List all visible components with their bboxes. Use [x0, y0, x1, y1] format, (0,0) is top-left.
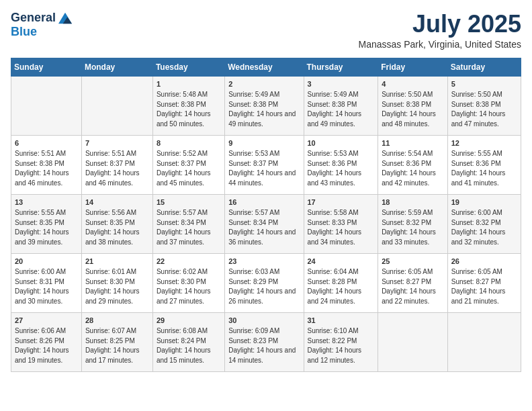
day-number: 2: [228, 79, 300, 89]
day-of-week-header: Thursday: [304, 58, 378, 76]
day-number: 31: [308, 316, 375, 326]
day-info: Sunrise: 5:53 AMSunset: 8:37 PMDaylight:…: [228, 150, 296, 187]
day-info: Sunrise: 5:59 AMSunset: 8:32 PMDaylight:…: [382, 209, 436, 246]
day-number: 7: [85, 138, 149, 148]
day-info: Sunrise: 5:57 AMSunset: 8:34 PMDaylight:…: [228, 209, 296, 246]
logo-icon: [58, 11, 72, 25]
day-info: Sunrise: 5:55 AMSunset: 8:35 PMDaylight:…: [15, 209, 69, 246]
day-number: 23: [228, 257, 300, 267]
day-info: Sunrise: 5:52 AMSunset: 8:37 PMDaylight:…: [157, 150, 211, 187]
calendar-cell: [81, 76, 152, 135]
day-info: Sunrise: 5:58 AMSunset: 8:33 PMDaylight:…: [308, 209, 362, 246]
day-info: Sunrise: 5:56 AMSunset: 8:35 PMDaylight:…: [85, 209, 140, 246]
day-number: 24: [308, 257, 375, 267]
day-info: Sunrise: 6:00 AMSunset: 8:31 PMDaylight:…: [15, 268, 69, 305]
day-info: Sunrise: 5:48 AMSunset: 8:38 PMDaylight:…: [157, 91, 211, 128]
logo-blue-text: Blue: [11, 25, 37, 39]
calendar-cell: 27Sunrise: 6:06 AMSunset: 8:26 PMDayligh…: [11, 312, 82, 371]
calendar-week-row: 20Sunrise: 6:00 AMSunset: 8:31 PMDayligh…: [11, 253, 521, 312]
day-number: 4: [382, 79, 444, 89]
day-info: Sunrise: 6:10 AMSunset: 8:22 PMDaylight:…: [308, 327, 362, 364]
calendar-cell: 15Sunrise: 5:57 AMSunset: 8:34 PMDayligh…: [152, 194, 224, 253]
day-number: 13: [15, 197, 78, 208]
day-info: Sunrise: 5:51 AMSunset: 8:38 PMDaylight:…: [15, 150, 69, 187]
calendar-cell: 5Sunrise: 5:50 AMSunset: 8:38 PMDaylight…: [447, 76, 521, 135]
calendar-cell: 25Sunrise: 6:05 AMSunset: 8:27 PMDayligh…: [378, 253, 448, 312]
day-info: Sunrise: 6:03 AMSunset: 8:29 PMDaylight:…: [228, 268, 296, 305]
calendar-cell: 4Sunrise: 5:50 AMSunset: 8:38 PMDaylight…: [378, 76, 448, 135]
day-info: Sunrise: 5:50 AMSunset: 8:38 PMDaylight:…: [451, 91, 506, 128]
location-text: Manassas Park, Virginia, United States: [358, 39, 521, 50]
day-number: 21: [85, 257, 149, 267]
calendar-cell: 17Sunrise: 5:58 AMSunset: 8:33 PMDayligh…: [304, 194, 378, 253]
calendar-cell: 10Sunrise: 5:53 AMSunset: 8:36 PMDayligh…: [304, 135, 378, 194]
day-number: 9: [228, 138, 300, 148]
day-of-week-header: Saturday: [447, 58, 521, 76]
calendar-week-row: 13Sunrise: 5:55 AMSunset: 8:35 PMDayligh…: [11, 194, 521, 253]
calendar-cell: 13Sunrise: 5:55 AMSunset: 8:35 PMDayligh…: [11, 194, 82, 253]
day-info: Sunrise: 6:01 AMSunset: 8:30 PMDaylight:…: [85, 268, 140, 305]
day-info: Sunrise: 6:06 AMSunset: 8:26 PMDaylight:…: [15, 327, 69, 364]
calendar-cell: 21Sunrise: 6:01 AMSunset: 8:30 PMDayligh…: [81, 253, 152, 312]
calendar-cell: 1Sunrise: 5:48 AMSunset: 8:38 PMDaylight…: [152, 76, 224, 135]
day-of-week-header: Tuesday: [152, 58, 224, 76]
day-info: Sunrise: 5:54 AMSunset: 8:36 PMDaylight:…: [382, 150, 436, 187]
calendar-cell: 23Sunrise: 6:03 AMSunset: 8:29 PMDayligh…: [225, 253, 304, 312]
day-number: 17: [308, 197, 375, 208]
day-info: Sunrise: 6:05 AMSunset: 8:27 PMDaylight:…: [382, 268, 436, 305]
calendar-cell: 18Sunrise: 5:59 AMSunset: 8:32 PMDayligh…: [378, 194, 448, 253]
day-info: Sunrise: 6:04 AMSunset: 8:28 PMDaylight:…: [308, 268, 362, 305]
day-info: Sunrise: 6:08 AMSunset: 8:24 PMDaylight:…: [157, 327, 211, 364]
calendar-cell: [378, 312, 448, 371]
calendar-cell: 20Sunrise: 6:00 AMSunset: 8:31 PMDayligh…: [11, 253, 82, 312]
day-number: 27: [15, 316, 78, 326]
day-number: 22: [157, 257, 221, 267]
day-info: Sunrise: 5:51 AMSunset: 8:37 PMDaylight:…: [85, 150, 140, 187]
day-number: 15: [157, 197, 221, 208]
calendar-cell: 8Sunrise: 5:52 AMSunset: 8:37 PMDaylight…: [152, 135, 224, 194]
day-number: 12: [451, 138, 517, 148]
day-number: 26: [451, 257, 517, 267]
calendar-cell: 9Sunrise: 5:53 AMSunset: 8:37 PMDaylight…: [225, 135, 304, 194]
day-of-week-header: Friday: [378, 58, 448, 76]
month-title: July 2025: [358, 11, 521, 38]
day-number: 29: [157, 316, 221, 326]
calendar-cell: 28Sunrise: 6:07 AMSunset: 8:25 PMDayligh…: [81, 312, 152, 371]
calendar-cell: 6Sunrise: 5:51 AMSunset: 8:38 PMDaylight…: [11, 135, 82, 194]
day-number: 11: [382, 138, 444, 148]
calendar-table: SundayMondayTuesdayWednesdayThursdayFrid…: [11, 58, 521, 372]
calendar-week-row: 27Sunrise: 6:06 AMSunset: 8:26 PMDayligh…: [11, 312, 521, 371]
day-number: 8: [157, 138, 221, 148]
calendar-cell: 14Sunrise: 5:56 AMSunset: 8:35 PMDayligh…: [81, 194, 152, 253]
day-number: 20: [15, 257, 78, 267]
calendar-cell: [11, 76, 82, 135]
calendar-cell: 22Sunrise: 6:02 AMSunset: 8:30 PMDayligh…: [152, 253, 224, 312]
day-number: 3: [308, 79, 375, 89]
title-section: July 2025 Manassas Park, Virginia, Unite…: [358, 11, 521, 50]
day-info: Sunrise: 6:02 AMSunset: 8:30 PMDaylight:…: [157, 268, 211, 305]
calendar-cell: 26Sunrise: 6:05 AMSunset: 8:27 PMDayligh…: [447, 253, 521, 312]
calendar-cell: 19Sunrise: 6:00 AMSunset: 8:32 PMDayligh…: [447, 194, 521, 253]
calendar-cell: 7Sunrise: 5:51 AMSunset: 8:37 PMDaylight…: [81, 135, 152, 194]
header-row: SundayMondayTuesdayWednesdayThursdayFrid…: [11, 58, 521, 76]
calendar-cell: 29Sunrise: 6:08 AMSunset: 8:24 PMDayligh…: [152, 312, 224, 371]
day-info: Sunrise: 6:07 AMSunset: 8:25 PMDaylight:…: [85, 327, 140, 364]
day-number: 25: [382, 257, 444, 267]
day-info: Sunrise: 5:49 AMSunset: 8:38 PMDaylight:…: [228, 91, 296, 128]
logo: General Blue: [11, 11, 72, 39]
day-number: 30: [228, 316, 300, 326]
calendar-cell: 31Sunrise: 6:10 AMSunset: 8:22 PMDayligh…: [304, 312, 378, 371]
day-of-week-header: Monday: [81, 58, 152, 76]
day-info: Sunrise: 5:55 AMSunset: 8:36 PMDaylight:…: [451, 150, 506, 187]
calendar-cell: 11Sunrise: 5:54 AMSunset: 8:36 PMDayligh…: [378, 135, 448, 194]
day-of-week-header: Sunday: [11, 58, 82, 76]
calendar-cell: 2Sunrise: 5:49 AMSunset: 8:38 PMDaylight…: [225, 76, 304, 135]
calendar-cell: 16Sunrise: 5:57 AMSunset: 8:34 PMDayligh…: [225, 194, 304, 253]
day-number: 19: [451, 197, 517, 208]
logo-general-text: General: [11, 11, 56, 25]
day-info: Sunrise: 5:57 AMSunset: 8:34 PMDaylight:…: [157, 209, 211, 246]
day-info: Sunrise: 5:53 AMSunset: 8:36 PMDaylight:…: [308, 150, 362, 187]
day-number: 5: [451, 79, 517, 89]
day-number: 16: [228, 197, 300, 208]
page-header: General Blue July 2025 Manassas Park, Vi…: [11, 11, 521, 50]
